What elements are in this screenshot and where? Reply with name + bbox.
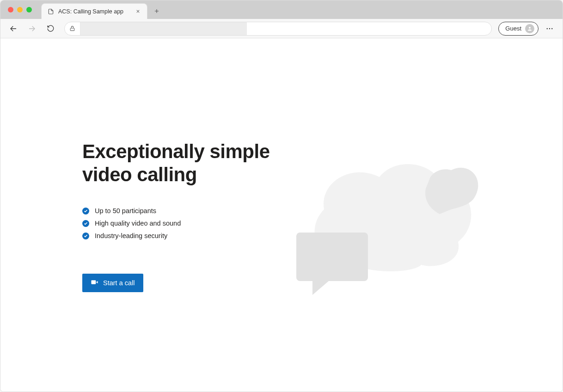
feature-list: Up to 50 participants High quality video… [82, 207, 276, 239]
browser-tab-active[interactable]: ACS: Calling Sample app [41, 3, 147, 19]
page-favicon-icon [47, 8, 55, 15]
window-maximize-button[interactable] [26, 7, 32, 12]
feature-item: Up to 50 participants [82, 207, 276, 214]
hero-heading-line2: video calling [82, 164, 197, 185]
address-input[interactable] [247, 22, 491, 35]
hero-heading-line1: Exceptionally simple [82, 141, 270, 162]
svg-point-7 [529, 27, 531, 29]
window-controls [4, 0, 36, 19]
checkmark-icon [82, 208, 89, 214]
svg-rect-6 [70, 28, 74, 31]
window-minimize-button[interactable] [17, 7, 23, 12]
window-close-button[interactable] [8, 7, 13, 12]
tab-strip: ACS: Calling Sample app [0, 0, 563, 19]
hero-heading: Exceptionally simple video calling [82, 140, 276, 186]
feature-item: Industry-leading security [82, 232, 276, 239]
page-content: Exceptionally simple video calling Up to… [0, 38, 563, 392]
svg-rect-13 [296, 233, 368, 281]
start-call-label: Start a call [103, 279, 135, 287]
address-bar[interactable] [64, 22, 492, 36]
feature-label: Industry-leading security [95, 232, 167, 239]
feature-item: High quality video and sound [82, 220, 276, 227]
video-camera-icon [91, 278, 98, 288]
hero-section: Exceptionally simple video calling Up to… [82, 140, 276, 292]
hero-illustration [287, 135, 490, 311]
checkmark-icon [82, 220, 89, 227]
browser-menu-button[interactable] [542, 21, 557, 36]
profile-label: Guest [505, 25, 521, 32]
feature-label: High quality video and sound [95, 220, 181, 227]
site-security-icon[interactable] [65, 22, 80, 35]
svg-marker-14 [312, 281, 329, 295]
svg-point-10 [551, 28, 552, 29]
nav-back-button[interactable] [6, 21, 21, 36]
svg-rect-11 [91, 280, 96, 284]
nav-forward-button[interactable] [24, 21, 39, 36]
browser-window: ACS: Calling Sample app Guest [0, 0, 563, 392]
profile-avatar-icon [525, 24, 534, 33]
checkmark-icon [82, 233, 89, 239]
svg-marker-12 [96, 281, 98, 284]
new-tab-button[interactable] [150, 5, 163, 18]
tab-title: ACS: Calling Sample app [58, 8, 130, 15]
browser-toolbar: Guest [0, 19, 563, 38]
address-bar-highlight [80, 22, 247, 35]
svg-point-8 [547, 28, 548, 29]
feature-label: Up to 50 participants [95, 207, 156, 214]
refresh-button[interactable] [43, 21, 58, 36]
svg-point-9 [549, 28, 550, 29]
start-call-button[interactable]: Start a call [82, 274, 143, 292]
profile-button[interactable]: Guest [498, 22, 539, 36]
tab-close-button[interactable] [134, 8, 141, 15]
